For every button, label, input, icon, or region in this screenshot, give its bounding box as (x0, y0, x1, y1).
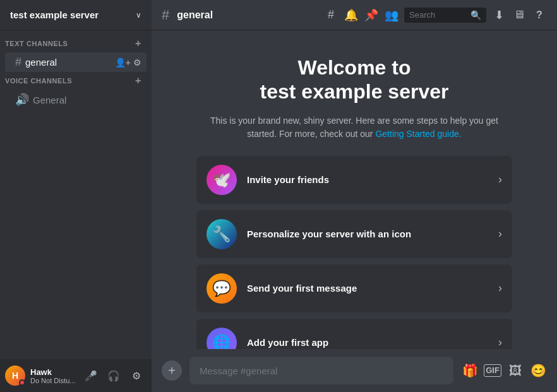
action-cards: 🕊️ Invite your friends › 🔧 Personalize y… (196, 156, 512, 349)
sticker-icon[interactable]: 🖼 (506, 362, 524, 379)
add-app-chevron-icon: › (498, 336, 502, 349)
welcome-section: Welcome to test example server This is y… (196, 56, 512, 349)
mute-microphone-button[interactable]: 🎤 (81, 365, 101, 386)
voice-channel-name: General (33, 95, 141, 105)
personalize-chevron-icon: › (498, 227, 502, 241)
voice-channels-section[interactable]: VOICE CHANNELS + (0, 73, 152, 89)
hashtag-icon: # (15, 56, 21, 69)
invite-friends-card[interactable]: 🕊️ Invite your friends › (196, 156, 512, 204)
message-tools: 🎁 GIF 🖼 😊 (461, 362, 547, 379)
search-bar[interactable]: Search 🔍 (404, 8, 486, 23)
channel-settings-icon[interactable]: ⚙ (133, 57, 141, 68)
add-app-icon: 🌐 (207, 328, 237, 349)
emoji-icon[interactable]: 😊 (529, 362, 547, 379)
topbar-actions: # 🔔 📌 👥 Search 🔍 ⬇ 🖥 ? (323, 8, 547, 23)
attach-file-button[interactable]: + (162, 360, 182, 381)
user-controls: 🎤 🎧 ⚙ (81, 365, 147, 386)
username: Hawk (30, 367, 76, 377)
chevron-down-icon: ∨ (136, 11, 141, 20)
deafen-headphones-button[interactable]: 🎧 (104, 365, 124, 386)
invite-friends-label: Invite your friends (247, 174, 488, 185)
welcome-description: This is your brand new, shiny server. He… (196, 114, 512, 141)
personalize-server-label: Personalize your server with an icon (247, 229, 488, 239)
channel-sidebar: test example server ∨ TEXT CHANNELS + # … (0, 0, 152, 392)
main-content: # general # 🔔 📌 👥 Search 🔍 ⬇ 🖥 ? Welcome… (152, 0, 557, 392)
server-header[interactable]: test example server ∨ (0, 0, 152, 30)
channel-name-general: general (25, 57, 111, 68)
search-icon: 🔍 (470, 10, 481, 20)
add-first-app-card[interactable]: 🌐 Add your first app › (196, 319, 512, 349)
threads-icon[interactable]: # (323, 8, 338, 23)
voice-channel-general[interactable]: 🔊 General (5, 90, 147, 110)
user-settings-button[interactable]: ⚙ (126, 365, 147, 386)
add-first-app-label: Add your first app (247, 337, 488, 348)
welcome-title: Welcome to test example server (196, 56, 512, 104)
inbox-icon[interactable]: 🖥 (512, 8, 527, 23)
search-placeholder: Search (409, 10, 468, 20)
server-name: test example server (10, 9, 99, 20)
gift-icon[interactable]: 🎁 (461, 362, 479, 379)
add-voice-channel-button[interactable]: + (135, 75, 141, 86)
topbar-hashtag-icon: # (162, 7, 169, 23)
getting-started-link[interactable]: Getting Started guide. (375, 129, 461, 139)
add-member-icon[interactable]: 👤+ (115, 57, 131, 68)
gif-button[interactable]: GIF (484, 364, 501, 377)
user-status: Do Not Distu... (30, 377, 76, 384)
notification-bell-icon[interactable]: 🔔 (344, 8, 359, 23)
text-channels-label: TEXT CHANNELS (5, 40, 68, 47)
personalize-server-card[interactable]: 🔧 Personalize your server with an icon › (196, 210, 512, 258)
text-channels-section[interactable]: TEXT CHANNELS + (0, 35, 152, 52)
channel-content: Welcome to test example server This is y… (152, 30, 557, 349)
pinned-messages-icon[interactable]: 📌 (364, 8, 379, 23)
topbar-channel-name: general (177, 9, 213, 21)
message-bar: + Message #general 🎁 GIF 🖼 😊 (152, 349, 557, 392)
invite-friends-icon: 🕊️ (207, 165, 237, 195)
channel-list: TEXT CHANNELS + # general 👤+ ⚙ VOICE CHA… (0, 30, 152, 359)
speaker-icon: 🔊 (15, 93, 29, 107)
avatar-wrap: H (5, 365, 25, 386)
channel-item-general[interactable]: # general 👤+ ⚙ (5, 52, 147, 72)
member-list-icon[interactable]: 👥 (384, 8, 399, 23)
message-placeholder: Message #general (200, 365, 277, 376)
invite-chevron-icon: › (498, 173, 502, 186)
add-text-channel-button[interactable]: + (135, 38, 141, 49)
send-first-message-label: Send your first message (247, 283, 488, 294)
user-info: Hawk Do Not Distu... (30, 367, 76, 384)
send-message-chevron-icon: › (498, 282, 502, 295)
channel-actions: 👤+ ⚙ (115, 57, 141, 68)
voice-channels-label: VOICE CHANNELS (5, 77, 72, 85)
send-message-icon: 💬 (207, 273, 237, 304)
topbar: # general # 🔔 📌 👥 Search 🔍 ⬇ 🖥 ? (152, 0, 557, 30)
message-input[interactable]: Message #general (189, 357, 453, 384)
send-first-message-card[interactable]: 💬 Send your first message › (196, 264, 512, 312)
personalize-server-icon: 🔧 (207, 219, 237, 249)
status-dot-dnd (19, 379, 25, 386)
help-icon[interactable]: ? (532, 8, 547, 23)
user-area: H Hawk Do Not Distu... 🎤 🎧 ⚙ (0, 359, 152, 392)
download-apps-icon[interactable]: ⬇ (491, 8, 506, 23)
